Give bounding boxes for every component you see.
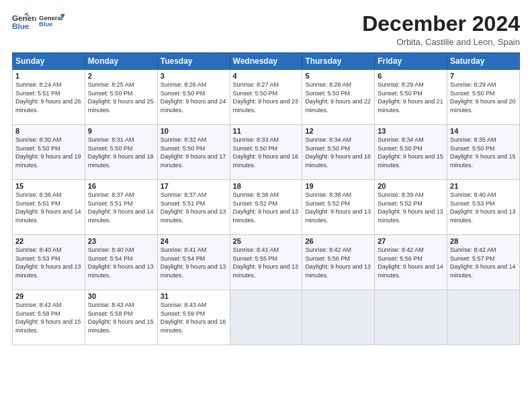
day-number: 12 xyxy=(305,127,371,135)
calendar-day-cell: 24 Sunrise: 8:41 AM Sunset: 5:54 PM Dayl… xyxy=(157,235,230,290)
calendar-day-cell: 15 Sunrise: 8:36 AM Sunset: 5:51 PM Dayl… xyxy=(13,180,85,235)
day-info: Sunrise: 8:32 AM Sunset: 5:50 PM Dayligh… xyxy=(161,136,227,169)
weekday-header-cell: Saturday xyxy=(447,53,520,70)
day-info: Sunrise: 8:24 AM Sunset: 5:51 PM Dayligh… xyxy=(15,81,82,114)
calendar-day-cell: 16 Sunrise: 8:37 AM Sunset: 5:51 PM Dayl… xyxy=(85,180,157,235)
logo-icon: General Blue xyxy=(12,12,36,32)
logo-bird-icon: General Blue xyxy=(39,13,64,32)
page: General Blue General Blue December 2024 … xyxy=(0,0,532,411)
svg-text:Blue: Blue xyxy=(39,20,53,28)
day-info: Sunrise: 8:38 AM Sunset: 5:52 PM Dayligh… xyxy=(305,191,371,224)
calendar-day-cell xyxy=(447,290,520,345)
day-number: 21 xyxy=(450,182,517,190)
calendar-week-row: 1 Sunrise: 8:24 AM Sunset: 5:51 PM Dayli… xyxy=(13,70,520,125)
day-number: 15 xyxy=(15,182,82,190)
calendar-day-cell: 6 Sunrise: 8:29 AM Sunset: 5:50 PM Dayli… xyxy=(375,70,447,125)
day-number: 28 xyxy=(450,237,517,245)
day-number: 26 xyxy=(305,237,371,245)
calendar-day-cell: 4 Sunrise: 8:27 AM Sunset: 5:50 PM Dayli… xyxy=(230,70,302,125)
calendar-day-cell: 25 Sunrise: 8:41 AM Sunset: 5:55 PM Dayl… xyxy=(230,235,302,290)
day-number: 17 xyxy=(161,182,227,190)
day-number: 22 xyxy=(15,237,82,245)
day-number: 20 xyxy=(378,182,444,190)
calendar-week-row: 15 Sunrise: 8:36 AM Sunset: 5:51 PM Dayl… xyxy=(13,180,520,235)
day-info: Sunrise: 8:40 AM Sunset: 5:53 PM Dayligh… xyxy=(450,191,517,224)
calendar-day-cell: 2 Sunrise: 8:25 AM Sunset: 5:50 PM Dayli… xyxy=(85,70,157,125)
day-info: Sunrise: 8:30 AM Sunset: 5:50 PM Dayligh… xyxy=(15,136,82,169)
day-info: Sunrise: 8:26 AM Sunset: 5:50 PM Dayligh… xyxy=(161,81,227,114)
calendar-day-cell: 26 Sunrise: 8:42 AM Sunset: 5:56 PM Dayl… xyxy=(302,235,375,290)
day-number: 30 xyxy=(88,292,154,300)
calendar-day-cell: 18 Sunrise: 8:38 AM Sunset: 5:52 PM Dayl… xyxy=(230,180,302,235)
location: Orbita, Castille and Leon, Spain xyxy=(362,37,520,47)
day-number: 19 xyxy=(305,182,371,190)
calendar-day-cell: 11 Sunrise: 8:33 AM Sunset: 5:50 PM Dayl… xyxy=(230,125,302,180)
day-number: 18 xyxy=(233,182,300,190)
day-number: 7 xyxy=(450,72,517,80)
calendar-day-cell: 19 Sunrise: 8:38 AM Sunset: 5:52 PM Dayl… xyxy=(302,180,375,235)
logo: General Blue General Blue xyxy=(12,12,64,32)
day-number: 9 xyxy=(88,127,154,135)
day-number: 14 xyxy=(450,127,517,135)
day-number: 2 xyxy=(88,72,154,80)
day-info: Sunrise: 8:43 AM Sunset: 5:59 PM Dayligh… xyxy=(161,301,227,334)
calendar-day-cell xyxy=(375,290,447,345)
day-info: Sunrise: 8:37 AM Sunset: 5:51 PM Dayligh… xyxy=(161,191,227,224)
day-info: Sunrise: 8:41 AM Sunset: 5:54 PM Dayligh… xyxy=(161,246,227,279)
day-number: 31 xyxy=(161,292,227,300)
day-number: 24 xyxy=(161,237,227,245)
weekday-header-cell: Monday xyxy=(85,53,157,70)
calendar-day-cell: 22 Sunrise: 8:40 AM Sunset: 5:53 PM Dayl… xyxy=(13,235,85,290)
calendar-day-cell: 9 Sunrise: 8:31 AM Sunset: 5:50 PM Dayli… xyxy=(85,125,157,180)
day-info: Sunrise: 8:38 AM Sunset: 5:52 PM Dayligh… xyxy=(233,191,300,224)
day-info: Sunrise: 8:42 AM Sunset: 5:57 PM Dayligh… xyxy=(450,246,517,279)
calendar-day-cell: 27 Sunrise: 8:42 AM Sunset: 5:56 PM Dayl… xyxy=(375,235,447,290)
day-number: 16 xyxy=(88,182,154,190)
day-info: Sunrise: 8:29 AM Sunset: 5:50 PM Dayligh… xyxy=(378,81,444,114)
day-number: 27 xyxy=(378,237,444,245)
day-info: Sunrise: 8:41 AM Sunset: 5:55 PM Dayligh… xyxy=(233,246,300,279)
day-number: 1 xyxy=(15,72,82,80)
day-info: Sunrise: 8:33 AM Sunset: 5:50 PM Dayligh… xyxy=(233,136,300,169)
day-info: Sunrise: 8:29 AM Sunset: 5:50 PM Dayligh… xyxy=(450,81,517,114)
calendar-day-cell: 8 Sunrise: 8:30 AM Sunset: 5:50 PM Dayli… xyxy=(13,125,85,180)
calendar-day-cell: 1 Sunrise: 8:24 AM Sunset: 5:51 PM Dayli… xyxy=(13,70,85,125)
day-info: Sunrise: 8:43 AM Sunset: 5:58 PM Dayligh… xyxy=(88,301,154,334)
calendar-body: 1 Sunrise: 8:24 AM Sunset: 5:51 PM Dayli… xyxy=(13,70,520,345)
day-info: Sunrise: 8:40 AM Sunset: 5:53 PM Dayligh… xyxy=(15,246,82,279)
day-number: 5 xyxy=(305,72,371,80)
title-area: December 2024 Orbita, Castille and Leon,… xyxy=(362,12,520,47)
header: General Blue General Blue December 2024 … xyxy=(12,12,520,47)
weekday-header-cell: Wednesday xyxy=(230,53,302,70)
day-number: 29 xyxy=(15,292,82,300)
calendar-day-cell: 29 Sunrise: 8:42 AM Sunset: 5:58 PM Dayl… xyxy=(13,290,85,345)
calendar-day-cell: 10 Sunrise: 8:32 AM Sunset: 5:50 PM Dayl… xyxy=(157,125,230,180)
day-number: 11 xyxy=(233,127,300,135)
day-number: 4 xyxy=(233,72,300,80)
day-info: Sunrise: 8:42 AM Sunset: 5:56 PM Dayligh… xyxy=(378,246,444,279)
calendar-week-row: 22 Sunrise: 8:40 AM Sunset: 5:53 PM Dayl… xyxy=(13,235,520,290)
day-info: Sunrise: 8:31 AM Sunset: 5:50 PM Dayligh… xyxy=(88,136,154,169)
calendar-day-cell: 17 Sunrise: 8:37 AM Sunset: 5:51 PM Dayl… xyxy=(157,180,230,235)
calendar-day-cell: 13 Sunrise: 8:34 AM Sunset: 5:50 PM Dayl… xyxy=(375,125,447,180)
calendar-day-cell xyxy=(230,290,302,345)
calendar-day-cell: 3 Sunrise: 8:26 AM Sunset: 5:50 PM Dayli… xyxy=(157,70,230,125)
weekday-header-cell: Friday xyxy=(375,53,447,70)
day-info: Sunrise: 8:28 AM Sunset: 5:50 PM Dayligh… xyxy=(305,81,371,114)
svg-text:Blue: Blue xyxy=(12,21,30,30)
day-info: Sunrise: 8:40 AM Sunset: 5:54 PM Dayligh… xyxy=(88,246,154,279)
day-info: Sunrise: 8:27 AM Sunset: 5:50 PM Dayligh… xyxy=(233,81,300,114)
day-number: 23 xyxy=(88,237,154,245)
day-number: 8 xyxy=(15,127,82,135)
month-title: December 2024 xyxy=(362,12,520,36)
day-info: Sunrise: 8:25 AM Sunset: 5:50 PM Dayligh… xyxy=(88,81,154,114)
calendar-week-row: 29 Sunrise: 8:42 AM Sunset: 5:58 PM Dayl… xyxy=(13,290,520,345)
weekday-header-cell: Sunday xyxy=(13,53,85,70)
calendar-day-cell: 28 Sunrise: 8:42 AM Sunset: 5:57 PM Dayl… xyxy=(447,235,520,290)
calendar-day-cell: 5 Sunrise: 8:28 AM Sunset: 5:50 PM Dayli… xyxy=(302,70,375,125)
day-number: 25 xyxy=(233,237,300,245)
day-info: Sunrise: 8:34 AM Sunset: 5:50 PM Dayligh… xyxy=(378,136,444,169)
calendar-day-cell: 21 Sunrise: 8:40 AM Sunset: 5:53 PM Dayl… xyxy=(447,180,520,235)
day-info: Sunrise: 8:35 AM Sunset: 5:50 PM Dayligh… xyxy=(450,136,517,169)
calendar-day-cell: 30 Sunrise: 8:43 AM Sunset: 5:58 PM Dayl… xyxy=(85,290,157,345)
